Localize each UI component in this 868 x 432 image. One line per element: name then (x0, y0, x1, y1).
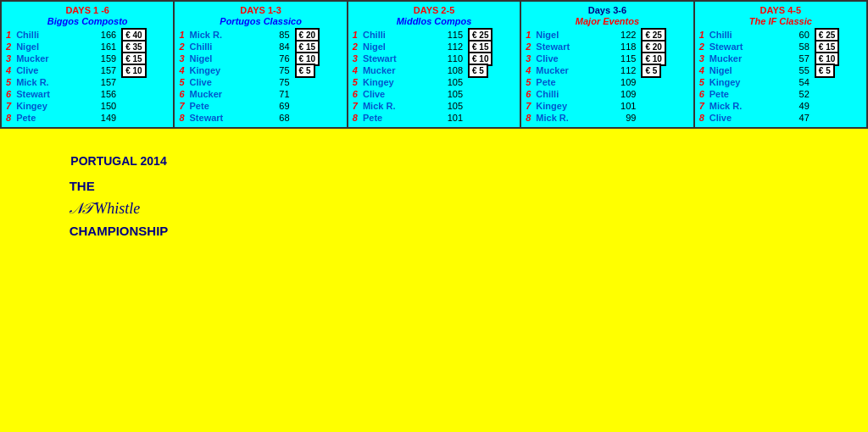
player-name: Stewart (533, 41, 601, 53)
table-row: 5Kingey54 (697, 76, 865, 88)
player-name: Chilli (187, 41, 255, 53)
player-name: Pete (707, 88, 775, 100)
table-row: 8Stewart68 (176, 112, 344, 124)
player-name: Chilli (14, 29, 81, 41)
table-row: 8Clive47 (697, 112, 865, 124)
row-number: 4 (697, 64, 707, 76)
player-name: Stewart (707, 41, 775, 53)
row-number: 4 (350, 64, 360, 76)
table-row: 8Pete101 (350, 112, 518, 124)
table-row: 6Chilli109 (523, 88, 691, 100)
score-value: 105 (428, 100, 465, 112)
player-name: Kingey (187, 64, 255, 76)
row-number: 7 (697, 100, 707, 112)
table-row: 7Kingey150 (3, 100, 171, 112)
row-number: 4 (176, 64, 186, 76)
score-value: 54 (775, 76, 812, 88)
player-name: Kingey (14, 100, 81, 112)
row-number: 5 (697, 76, 707, 88)
table-row: 2Nigel161€ 35 (3, 41, 171, 53)
score-table-1: 1Mick R.85€ 202Chilli84€ 153Nigel76€ 104… (176, 29, 344, 124)
row-number: 6 (697, 88, 707, 100)
score-value: 71 (255, 88, 292, 100)
row-number: 2 (3, 41, 14, 53)
score-value: 115 (428, 29, 465, 41)
score-table-4: 1Chilli60€ 252Stewart58€ 153Mucker57€ 10… (697, 29, 865, 124)
block-title-0: DAYS 1 -6 (3, 5, 171, 15)
player-name: Mucker (707, 53, 775, 64)
table-row: 7Mick R.49 (697, 100, 865, 112)
player-name: Clive (707, 112, 775, 124)
row-number: 6 (3, 88, 14, 100)
score-value: 156 (81, 88, 119, 100)
row-number: 1 (350, 29, 360, 41)
row-number: 2 (697, 41, 707, 53)
score-value: 84 (255, 41, 292, 53)
table-row: 5Mick R.157 (3, 76, 171, 88)
score-value: 85 (255, 29, 292, 41)
prize-box: € 5 (468, 64, 488, 78)
player-name: Chilli (707, 29, 775, 41)
table-row: 3Mucker57€ 10 (697, 53, 865, 64)
score-value: 68 (255, 112, 292, 124)
prize-box: € 10 (121, 64, 146, 78)
row-number: 2 (176, 41, 186, 53)
table-row: 6Stewart156 (3, 88, 171, 100)
table-row: 7Kingey101 (523, 100, 691, 112)
score-value: 166 (81, 29, 119, 41)
table-row: 7Pete69 (176, 100, 344, 112)
row-number: 5 (350, 76, 360, 88)
table-row: 2Chilli84€ 15 (176, 41, 344, 53)
block-subtitle-1: Portugos Classico (176, 16, 344, 26)
top-block-4: DAYS 4-5The IF Classic1Chilli60€ 252Stew… (695, 2, 866, 127)
score-value: 109 (602, 88, 639, 100)
player-name: Stewart (360, 53, 428, 64)
title-the: THE (70, 176, 169, 197)
row-number: 5 (176, 76, 186, 88)
player-name: Pete (360, 112, 428, 124)
player-name: Mick R. (707, 100, 775, 112)
table-row: 6Pete52 (697, 88, 865, 100)
player-name: Mick R. (14, 76, 81, 88)
title-portugal: PORTUGAL 2014 (70, 154, 166, 168)
table-row: 1Chilli166€ 40 (3, 29, 171, 41)
score-value: 161 (81, 41, 119, 53)
row-number: 7 (3, 100, 14, 112)
row-number: 7 (350, 100, 360, 112)
player-name: Clive (533, 53, 601, 64)
player-name: Mucker (360, 64, 428, 76)
table-row: 1Nigel122€ 25 (523, 29, 691, 41)
score-value: 101 (428, 112, 465, 124)
score-value: 150 (81, 100, 119, 112)
player-name: Clive (14, 64, 81, 76)
table-row: 2Nigel112€ 15 (350, 41, 518, 53)
score-value: 69 (255, 100, 292, 112)
score-value: 52 (775, 88, 812, 100)
score-value: 57 (775, 53, 812, 64)
score-value: 159 (81, 53, 119, 64)
bottom-section: PORTUGAL 2014 THE 𝒩𝒯 Whistle CHAMPIONSHI… (0, 129, 868, 267)
score-table-0: 1Chilli166€ 402Nigel161€ 353Mucker159€ 1… (3, 29, 171, 124)
table-row: 8Pete149 (3, 112, 171, 124)
top-block-0: DAYS 1 -6Biggos Composto1Chilli166€ 402N… (2, 2, 175, 127)
title-nt: 𝒩𝒯 Whistle (70, 197, 169, 221)
table-row: 5Clive75 (176, 76, 344, 88)
table-row: 6Mucker71 (176, 88, 344, 100)
score-value: 108 (428, 64, 465, 76)
player-name: Clive (187, 76, 255, 88)
prize-box: € 5 (815, 64, 835, 78)
block-title-4: DAYS 4-5 (697, 5, 865, 15)
table-row: 3Clive115€ 10 (523, 53, 691, 64)
player-name: Pete (533, 76, 601, 88)
table-row: 6Clive105 (350, 88, 518, 100)
top-block-2: DAYS 2-5Middlos Compos1Chilli115€ 252Nig… (348, 2, 521, 127)
row-number: 3 (3, 53, 14, 64)
score-table-2: 1Chilli115€ 252Nigel112€ 153Stewart110€ … (350, 29, 518, 124)
score-value: 55 (775, 64, 812, 76)
score-value: 49 (775, 100, 812, 112)
table-row: 1Mick R.85€ 20 (176, 29, 344, 41)
score-value: 101 (602, 100, 639, 112)
player-name: Kingey (533, 100, 601, 112)
table-row: 2Stewart58€ 15 (697, 41, 865, 53)
player-name: Nigel (14, 41, 81, 53)
